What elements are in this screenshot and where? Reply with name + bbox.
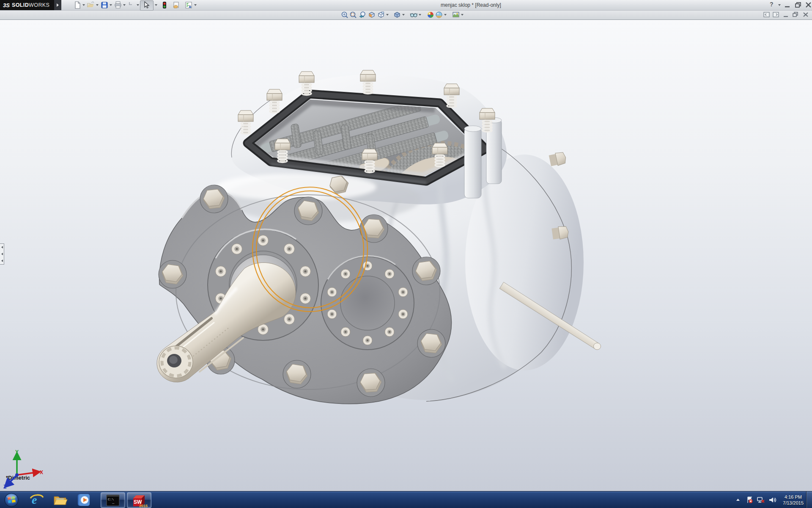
close-button[interactable] <box>804 1 812 8</box>
new-dropdown-icon[interactable] <box>82 4 85 6</box>
zoom-to-fit-button[interactable] <box>341 11 348 19</box>
brand-text-light: WORKS <box>29 2 49 8</box>
print-dropdown-icon[interactable] <box>123 4 126 6</box>
start-button[interactable] <box>2 492 21 507</box>
help-dropdown-icon[interactable] <box>778 4 781 6</box>
taskbar-media-player[interactable] <box>73 492 96 507</box>
select-dropdown-icon[interactable] <box>155 4 157 6</box>
3d-viewport[interactable] <box>0 19 812 491</box>
doc-restore-button[interactable] <box>792 11 799 19</box>
system-tray: 4:16 PM 7/13/2015 <box>735 491 812 508</box>
zoom-to-area-button[interactable] <box>349 11 357 19</box>
options-button[interactable] <box>185 1 192 9</box>
z-axis-label: Z <box>3 484 6 490</box>
windows-taskbar: e C:\ _ <box>0 491 812 508</box>
previous-view-button[interactable] <box>359 11 366 19</box>
title-bar: 3S SOLID WORKS menjac sklop * [Read-only… <box>0 0 812 11</box>
view-settings-dropdown-icon[interactable] <box>461 14 464 16</box>
clock-time: 4:16 PM <box>783 494 804 500</box>
triad-origin <box>15 473 19 477</box>
heads-up-toolbar <box>0 10 812 20</box>
open-button[interactable] <box>87 1 95 9</box>
solidworks-window: *Dimetric Y X Z 3S SOLID WORKS <box>0 0 812 508</box>
volume-icon[interactable] <box>768 496 777 504</box>
view-orientation-dropdown-icon[interactable] <box>386 14 389 16</box>
rebuild-traffic-light-icon[interactable] <box>161 1 168 9</box>
internet-explorer-icon: e <box>30 493 44 507</box>
expand-arrow-icon <box>57 3 59 7</box>
taskbar-clock[interactable]: 4:16 PM 7/13/2015 <box>783 494 804 506</box>
svg-text:2015: 2015 <box>139 504 148 508</box>
hide-show-items-button[interactable] <box>410 11 417 19</box>
taskbar-windows-explorer[interactable] <box>49 492 72 507</box>
svg-text:_: _ <box>112 500 115 505</box>
x-axis-arrow <box>17 472 36 475</box>
menu-expand-button[interactable] <box>54 0 61 10</box>
reference-triad: Y X Z <box>2 448 48 492</box>
taskbar-internet-explorer[interactable]: e <box>25 492 48 507</box>
ds-logo-icon: 3S <box>3 2 10 8</box>
network-status-icon[interactable] <box>757 496 765 504</box>
x-axis-label: X <box>40 469 43 475</box>
action-center-icon[interactable] <box>746 496 753 504</box>
open-dropdown-icon[interactable] <box>96 4 99 6</box>
solidworks-logo: 3S SOLID WORKS <box>0 0 54 10</box>
edit-appearance-button[interactable] <box>427 11 434 19</box>
gearbox-model[interactable] <box>157 70 601 404</box>
view-settings-button[interactable] <box>452 11 460 19</box>
save-button[interactable] <box>101 1 108 9</box>
options-dropdown-icon[interactable] <box>194 4 197 6</box>
window-title: menjac sklop * [Read-only] <box>441 2 501 8</box>
apply-scene-button[interactable] <box>435 11 443 19</box>
minimize-button[interactable] <box>783 1 792 8</box>
select-cursor-icon[interactable] <box>143 1 150 9</box>
windows-orb-icon <box>4 492 19 508</box>
hidden-icons-button[interactable] <box>735 497 741 503</box>
restore-button[interactable] <box>794 1 803 8</box>
view-orientation-button[interactable] <box>377 11 385 19</box>
y-axis-label: Y <box>15 449 19 455</box>
collapse-arrow-icon <box>1 246 3 248</box>
command-prompt-icon: C:\ _ <box>106 494 120 506</box>
feature-manager-collapsed-tab[interactable] <box>0 243 4 265</box>
collapse-arrow-icon <box>1 253 3 255</box>
undo-dropdown-icon[interactable] <box>137 4 139 6</box>
doc-minimize-button[interactable] <box>782 11 790 19</box>
pane-left-button[interactable] <box>763 11 771 19</box>
solidworks-2015-icon: SW 2015 <box>131 493 148 508</box>
display-style-button[interactable] <box>393 11 401 19</box>
z-axis-arrow <box>8 475 17 483</box>
taskbar-command-prompt[interactable]: C:\ _ <box>101 492 125 508</box>
graphics-area[interactable] <box>0 19 812 491</box>
clock-date: 7/13/2015 <box>783 500 804 506</box>
apply-scene-dropdown-icon[interactable] <box>444 14 447 16</box>
taskbar-solidworks-2015[interactable]: SW 2015 <box>127 492 151 508</box>
section-view-button[interactable] <box>368 11 376 19</box>
folder-icon <box>53 494 68 506</box>
show-desktop-button[interactable] <box>806 491 812 508</box>
doc-close-button[interactable] <box>802 11 809 19</box>
media-player-icon <box>77 493 91 507</box>
right-bearing-cover[interactable] <box>321 256 414 350</box>
hide-show-dropdown-icon[interactable] <box>419 14 421 16</box>
brand-text-bold: SOLID <box>12 2 29 8</box>
save-dropdown-icon[interactable] <box>110 4 112 6</box>
help-button[interactable]: ? <box>770 1 774 8</box>
collapse-arrow-icon <box>1 260 3 262</box>
print-button[interactable] <box>114 1 122 9</box>
undo-button[interactable] <box>128 1 135 9</box>
file-properties-icon[interactable] <box>173 1 180 9</box>
display-style-dropdown-icon[interactable] <box>402 14 405 16</box>
pane-right-button[interactable] <box>772 11 780 19</box>
new-document-button[interactable] <box>74 1 81 9</box>
